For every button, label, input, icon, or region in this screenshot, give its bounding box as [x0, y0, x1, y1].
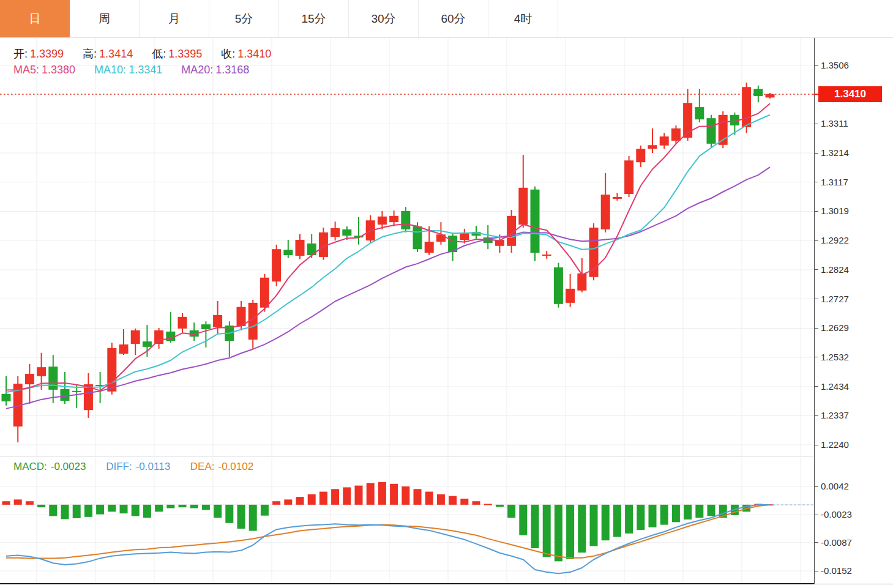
price-axis-tick	[814, 357, 818, 357]
price-axis-tick	[814, 299, 818, 299]
macd-value: -0.0023	[51, 461, 86, 473]
diff-value: -0.0113	[136, 461, 170, 473]
ma5-value: 1.3380	[42, 64, 75, 76]
price-axis-tick	[814, 211, 818, 212]
high-value: 1.3414	[99, 48, 133, 61]
trading-chart-app: 日 周 月 5分 15分 30分 60分 4时 开:1.3399 高:1.341…	[0, 0, 893, 588]
close-label: 收:	[221, 47, 235, 61]
price-axis-label: 1.2434	[821, 381, 849, 392]
high-label: 高:	[83, 47, 97, 61]
ma-legend-bar: MA5:1.3380 MA10:1.3341 MA20:1.3168	[13, 64, 265, 76]
ma20-value: 1.3168	[215, 64, 249, 76]
ma5-label: MA5:	[13, 64, 39, 76]
price-axis-tick	[814, 182, 818, 182]
tab-5min[interactable]: 5分	[209, 0, 279, 37]
macd-axis-tick	[814, 515, 818, 515]
current-price-badge: 1.3410	[818, 86, 882, 102]
price-axis-tick	[814, 153, 818, 154]
ma10-label: MA10:	[94, 64, 126, 76]
tab-60min[interactable]: 60分	[419, 0, 488, 37]
price-axis-tick	[814, 65, 818, 66]
macd-axis-label: -0.0152	[821, 565, 852, 576]
tab-weekly[interactable]: 周	[70, 0, 140, 37]
axis-bottom-border	[814, 584, 893, 584]
tab-30min[interactable]: 30分	[349, 0, 419, 37]
dea-label: DEA:	[190, 461, 215, 473]
chart-bottom-border	[0, 583, 814, 584]
price-axis-tick	[814, 386, 818, 387]
close-value: 1.3410	[237, 48, 271, 61]
price-axis-tick	[814, 415, 818, 416]
ma10-value: 1.3341	[129, 64, 162, 76]
price-axis-tick	[814, 124, 818, 124]
low-value: 1.3395	[168, 48, 202, 61]
tab-4hour[interactable]: 4时	[488, 0, 558, 37]
open-label: 开:	[13, 47, 28, 61]
diff-label: DIFF:	[106, 461, 132, 473]
price-axis-tick	[814, 269, 818, 270]
tab-daily[interactable]: 日	[0, 0, 70, 37]
ma20-label: MA20:	[181, 64, 213, 76]
macd-axis-tick	[814, 571, 818, 571]
price-axis-tick	[814, 445, 818, 445]
price-axis-label: 1.3311	[821, 118, 848, 128]
macd-label: MACD:	[13, 461, 47, 473]
price-axis-label: 1.3506	[821, 60, 849, 70]
macd-axis-label: -0.0023	[821, 509, 852, 519]
price-axis-border-line	[814, 38, 815, 584]
timeframe-tabbar: 日 周 月 5分 15分 30分 60分 4时	[0, 0, 893, 38]
open-value: 1.3399	[30, 48, 64, 61]
macd-legend-bar: MACD:-0.0023 DIFF:-0.0113 DEA:-0.0102	[13, 461, 271, 473]
current-price-tick	[813, 94, 818, 95]
price-axis-label: 1.3214	[821, 147, 849, 158]
low-label: 低:	[152, 47, 166, 61]
tab-monthly[interactable]: 月	[140, 0, 209, 37]
dea-value: -0.0102	[219, 461, 254, 473]
price-axis-tick	[814, 328, 818, 329]
price-axis-label: 1.3117	[821, 177, 848, 187]
panel-separator	[0, 456, 814, 457]
macd-chart[interactable]	[0, 458, 814, 584]
price-axis-label: 1.2824	[821, 264, 849, 275]
candlestick-chart[interactable]	[0, 38, 814, 456]
macd-axis-label: -0.0087	[821, 537, 852, 548]
tab-15min[interactable]: 15分	[279, 0, 349, 37]
macd-axis-tick	[814, 542, 818, 543]
price-axis-label: 1.2629	[821, 322, 849, 333]
price-axis-tick	[814, 240, 818, 241]
price-axis-label: 1.2532	[821, 352, 849, 362]
price-axis-label: 1.2727	[821, 294, 849, 304]
macd-axis-tick	[814, 486, 818, 487]
ohlc-info-bar: 开:1.3399 高:1.3414 低:1.3395 收:1.3410	[13, 47, 287, 61]
price-axis-label: 1.2922	[821, 235, 849, 245]
price-axis-label: 1.2240	[821, 439, 849, 450]
price-axis-label: 1.2337	[821, 410, 849, 420]
price-axis-label: 1.3019	[821, 206, 849, 216]
macd-axis-label: 0.0042	[821, 481, 849, 491]
